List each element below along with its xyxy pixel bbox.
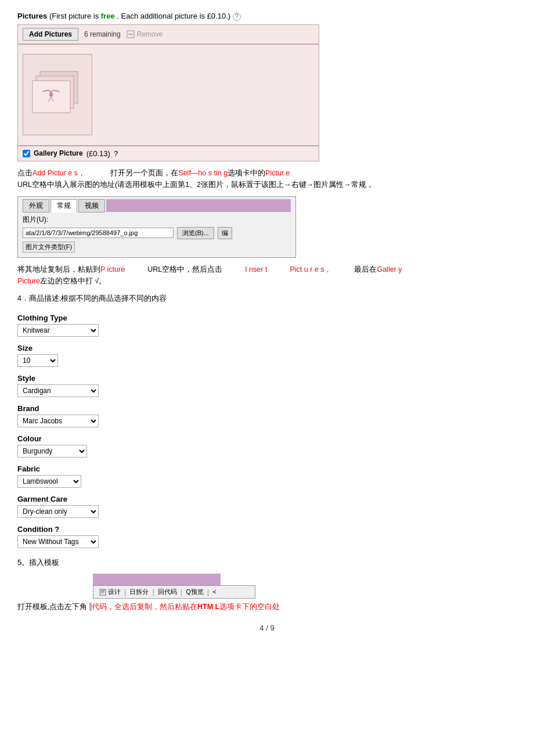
pictures-section: Pictures (First picture is free . Each a… [17, 12, 517, 161]
step2-text: 将其地址复制后，粘贴到P icture URL空格中，然后点击 I nser t… [17, 265, 402, 273]
step1-cont: URL空格中填入展示图的地址(请选用模板中上面第1、2张图片，鼠标置于该图上→右… [17, 181, 374, 189]
clothing-type-label: Clothing Type [17, 314, 517, 322]
field-row-filetype: 图片文件类型(F) [23, 242, 291, 253]
step3-label: 4．商品描述,根据不同的商品选择不同的内容 [17, 293, 517, 304]
care-select[interactable]: Dry-clean only Machine wash Hand wash [17, 505, 99, 518]
svg-point-5 [49, 93, 53, 96]
step1-left: 点击Add Pictur e s， [17, 169, 85, 177]
tab-video[interactable]: 视频 [78, 199, 105, 213]
step3-text: 4．商品描述,根据不同的商品选择不同的内容 [17, 294, 167, 303]
remove-icon [127, 30, 135, 38]
page-navigation: 4 / 9 [17, 624, 517, 632]
fabric-group: Fabric Lambswool Cotton Silk Polyester [17, 465, 517, 488]
size-label: Size [17, 344, 517, 352]
editor-toolbar: 设计 | 日拆分 | 回代码 | Q预览 | < [93, 585, 255, 599]
gallery-label: Gallery Picture [34, 149, 83, 157]
style-label: Style [17, 374, 517, 383]
clothing-type-group: Clothing Type Knitwear Tops Dresses Trou… [17, 314, 517, 337]
pictures-title: Pictures [17, 12, 47, 20]
photo-stack-icon [31, 66, 84, 124]
condition-label: Condition ? [17, 525, 517, 534]
editor-btn-preview[interactable]: Q预览 [182, 587, 207, 597]
colour-label: Colour [17, 434, 517, 443]
insert-instruction-part1: 打开模板,点击左下角 [17, 603, 87, 611]
add-pictures-button[interactable]: Add Pictures [23, 28, 78, 41]
instruction-block-2: 将其地址复制后，粘贴到P icture URL空格中，然后点击 I nser t… [17, 264, 517, 287]
editor-btn-arrow[interactable]: < [209, 588, 219, 596]
pictures-toolbar: Add Pictures 6 remaining Remove [17, 24, 319, 44]
instruction-highlight-text: 代码，全选后复制，然后粘贴在HTM L选项卡下的空白处 [92, 603, 280, 611]
clothing-type-select[interactable]: Knitwear Tops Dresses Trousers [17, 324, 99, 337]
care-group: Garment Care Dry-clean only Machine wash… [17, 495, 517, 518]
remove-label: Remove [137, 30, 163, 38]
pictures-label: Pictures (First picture is free . Each a… [17, 12, 517, 21]
brand-label: Brand [17, 404, 517, 413]
pictures-help-icon[interactable]: ? [233, 13, 241, 21]
picture-frame [17, 44, 319, 146]
tabs-row: 外观 常规 视频 [23, 199, 291, 213]
colour-group: Colour Burgundy Black White Navy Red [17, 434, 517, 458]
insert-step-label: 5。插入模板 [17, 557, 517, 568]
pictures-desc1: (First picture is [49, 12, 101, 20]
colour-select[interactable]: Burgundy Black White Navy Red [17, 445, 87, 458]
form-section: Clothing Type Knitwear Tops Dresses Trou… [17, 314, 517, 548]
picture-thumbnail [23, 54, 92, 135]
field-row-image: 图片(U): [23, 215, 291, 225]
size-select[interactable]: 8 10 12 14 [17, 354, 58, 367]
condition-group: Condition ? New Without Tags New With Ta… [17, 525, 517, 548]
fabric-label: Fabric [17, 465, 517, 473]
pictures-free: free [101, 12, 115, 20]
instruction-block-1: 点击Add Pictur e s， 打开另一个页面，在Self—ho s tin… [17, 167, 517, 190]
edit-button[interactable]: 编 [218, 227, 232, 239]
add-pictures-ref: Add Pictur e s， [33, 169, 85, 177]
template-highlight-bar [93, 574, 221, 585]
design-icon [99, 589, 106, 596]
condition-select[interactable]: New Without Tags New With Tags Used - Li… [17, 535, 99, 548]
file-type-label: 图片文件类型(F) [23, 242, 75, 253]
step1-right: 打开另一个页面，在Self—ho s tin g选项卡中的Pictur e [110, 169, 290, 177]
browse-button[interactable]: 浏览(B)... [177, 227, 214, 239]
editor-btn-split[interactable]: 日拆分 [126, 587, 152, 597]
field-row-input: 浏览(B)... 编 [23, 227, 291, 239]
gallery-check-row: Gallery Picture (£0.13) ? [17, 146, 319, 161]
gallery-help-icon[interactable]: ? [114, 149, 118, 158]
field-label-image: 图片(U): [23, 215, 48, 225]
brand-group: Brand Marc Jacobs Chanel Gucci Prada [17, 404, 517, 427]
insert-instruction: 打开模板,点击左下角 代码，全选后复制，然后粘贴在HTM L选项卡下的空白处 [17, 602, 517, 612]
condition-label-text: Condition [17, 525, 53, 534]
remove-button[interactable]: Remove [127, 30, 163, 38]
page-label: 4 / 9 [259, 624, 274, 632]
care-label: Garment Care [17, 495, 517, 503]
style-group: Style Cardigan Jumper Vest Hoodie [17, 374, 517, 397]
insert-section: 5。插入模板 设计 | 日拆分 | 回代码 | Q预览 | < 打开模板,点击左… [17, 557, 517, 612]
editor-btn-code[interactable]: 回代码 [154, 587, 181, 597]
editor-btn-design[interactable]: 设计 [96, 587, 124, 597]
tab-general[interactable]: 常规 [50, 199, 77, 213]
remaining-count: 6 remaining [84, 30, 121, 38]
step2-cont: Picture左边的空格中打 √。 [17, 277, 106, 285]
image-url-input[interactable] [23, 228, 174, 238]
brand-select[interactable]: Marc Jacobs Chanel Gucci Prada [17, 415, 99, 427]
style-select[interactable]: Cardigan Jumper Vest Hoodie [17, 384, 99, 397]
browser-dialog: 外观 常规 视频 图片(U): 浏览(B)... 编 图片文件类型(F) [17, 196, 296, 258]
gallery-price: (£0.13) [86, 149, 110, 158]
fabric-select[interactable]: Lambswool Cotton Silk Polyester [17, 475, 81, 488]
pictures-desc2: . Each additional picture is £0.10.) [117, 12, 230, 20]
gallery-checkbox[interactable] [23, 150, 30, 157]
size-group: Size 8 10 12 14 [17, 344, 517, 367]
tab-appearance[interactable]: 外观 [23, 199, 49, 213]
condition-help-icon[interactable]: ? [55, 525, 59, 534]
